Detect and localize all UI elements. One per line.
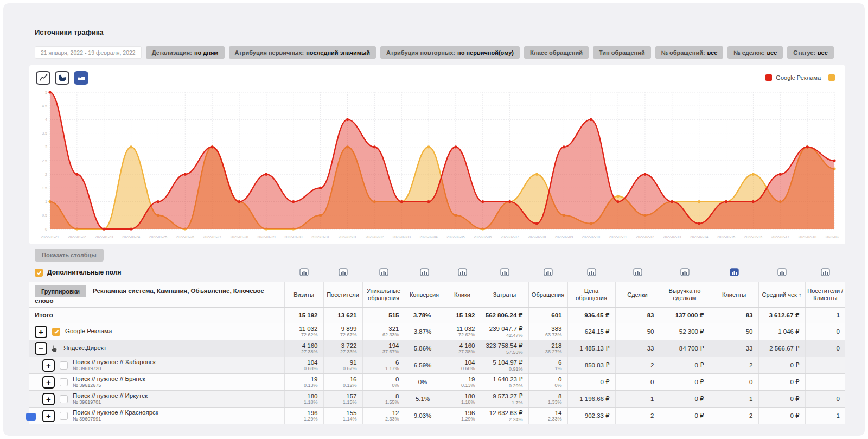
column-chart-icon-11[interactable]: [777, 268, 787, 276]
floating-widget[interactable]: [26, 413, 36, 421]
date-range-filter[interactable]: 21 января, 2022 - 19 февраля, 2022: [35, 46, 142, 59]
svg-text:2022-02-15: 2022-02-15: [717, 235, 736, 239]
table-row-0[interactable]: +Google Реклама11 03272.62%9 89972.67%32…: [29, 323, 845, 340]
collapse-button[interactable]: −: [35, 342, 47, 355]
column-chart-icon-6[interactable]: [544, 268, 553, 276]
totals-cell: 15 192: [284, 308, 323, 323]
expand-button[interactable]: +: [42, 376, 55, 389]
row-label: Поиск // нужное // Брянск: [73, 376, 145, 383]
expand-button[interactable]: +: [42, 359, 55, 372]
table-row-5[interactable]: +Поиск // нужное // Красноярск№ 39607991…: [29, 408, 845, 424]
metric-cell: 239 047.7 ₽42.47%: [481, 323, 528, 340]
expand-button[interactable]: +: [35, 326, 47, 338]
expand-button[interactable]: +: [42, 393, 55, 405]
chart-type-line-button[interactable]: [36, 71, 50, 85]
svg-text:3: 3: [45, 145, 47, 149]
metric-cell: 4 16027.38%: [444, 340, 481, 357]
filter-chip-3[interactable]: Класс обращений: [524, 46, 589, 59]
metric-cell: 2: [710, 408, 758, 424]
column-chart-icon-7[interactable]: [587, 268, 596, 276]
svg-text:2022-02-19: 2022-02-19: [825, 235, 839, 239]
row-checkbox[interactable]: [60, 361, 68, 370]
totals-cell: 3 612.67 ₽: [758, 308, 805, 323]
filter-chip-2[interactable]: Атрибуция повторных:по первичной(ому): [380, 46, 520, 59]
column-header-11[interactable]: Средний чек ↑: [758, 282, 805, 308]
metric-cell: 0 ₽: [758, 408, 805, 424]
column-header-0[interactable]: Визиты: [284, 282, 323, 308]
table-row-1[interactable]: −Яндекс.Директ4 16027.38%3 72227.33%1943…: [29, 340, 845, 357]
svg-text:2022-02-06: 2022-02-06: [474, 235, 492, 239]
column-chart-icon-5[interactable]: [500, 268, 509, 276]
column-chart-icon-3[interactable]: [420, 268, 429, 276]
row-checkbox[interactable]: [60, 412, 68, 420]
metric-cell: 1801.18%: [444, 391, 481, 408]
column-chart-icon-10[interactable]: [730, 268, 739, 276]
column-chart-icon-12[interactable]: [821, 268, 830, 276]
groupings-button[interactable]: Группировки: [35, 285, 86, 297]
metric-cell: 0 ₽: [660, 374, 710, 391]
filter-chip-6[interactable]: № сделок:все: [727, 46, 783, 59]
column-header-3[interactable]: Конверсия: [405, 282, 444, 308]
metric-cell: 61%: [528, 357, 567, 374]
svg-text:2022-02-13: 2022-02-13: [663, 235, 681, 239]
filter-chip-0[interactable]: Детализация:по дням: [146, 46, 225, 59]
extra-fields-checkbox[interactable]: [35, 269, 43, 277]
column-header-4[interactable]: Клики: [444, 282, 481, 308]
show-columns-button[interactable]: Показать столбцы: [35, 249, 104, 262]
filter-chip-7[interactable]: Статус:все: [787, 46, 833, 59]
totals-cell: 83: [615, 308, 660, 323]
svg-text:2022-01-24: 2022-01-24: [122, 235, 141, 239]
column-header-12[interactable]: Посетители / Клиенты: [805, 282, 845, 308]
metric-cell: [805, 374, 845, 391]
chart-type-pie-button[interactable]: [55, 71, 69, 85]
metric-cell: 1 485.13 ₽: [567, 340, 615, 357]
column-chart-icon-4[interactable]: [458, 268, 467, 276]
column-header-2[interactable]: Уникальные обращения: [362, 282, 405, 308]
column-chart-icon-1[interactable]: [339, 268, 348, 276]
metric-cell: 2: [615, 357, 660, 374]
legend-item-1[interactable]: [828, 74, 839, 81]
column-header-10[interactable]: Клиенты: [710, 282, 758, 308]
mouse-cursor: [50, 344, 59, 353]
column-chart-icon-0[interactable]: [299, 268, 309, 276]
table-row-4[interactable]: +Поиск // нужное // Иркутск№ 39619701180…: [29, 391, 845, 408]
svg-text:2022-02-11: 2022-02-11: [609, 235, 627, 239]
metric-cell: 0: [805, 391, 845, 408]
column-chart-icon-8[interactable]: [633, 268, 642, 276]
svg-text:2022-02-18: 2022-02-18: [799, 235, 817, 239]
table-row-2[interactable]: +Поиск // нужное // Хабаровск№ 396197201…: [29, 357, 845, 374]
column-header-7[interactable]: Цена обращения: [567, 282, 615, 308]
column-header-6[interactable]: Обращения: [528, 282, 567, 308]
filter-chip-4[interactable]: Тип обращений: [593, 46, 651, 59]
metric-cell: 1: [615, 391, 660, 408]
column-header-9[interactable]: Выручка по сделкам: [660, 282, 710, 308]
svg-text:1: 1: [45, 200, 47, 203]
table-row-3[interactable]: +Поиск // нужное // Брянск№ 39612675190.…: [29, 374, 845, 391]
svg-text:2022-01-31: 2022-01-31: [311, 235, 330, 239]
totals-cell: 13 621: [323, 308, 362, 323]
row-label: Поиск // нужное // Хабаровск: [73, 359, 156, 366]
svg-text:2022-01-26: 2022-01-26: [176, 235, 195, 239]
filter-chip-1[interactable]: Атрибуция первичных:последний значимый: [229, 46, 376, 59]
row-checkbox-checked[interactable]: [52, 328, 60, 336]
column-header-5[interactable]: Затраты: [481, 282, 528, 308]
svg-text:2022-02-05: 2022-02-05: [446, 235, 465, 239]
metric-cell: 61.17%: [362, 357, 405, 374]
filter-chip-5[interactable]: № обращений:все: [655, 46, 724, 59]
metric-cell: 9 573.27 ₽1.7%: [481, 391, 528, 408]
legend-item-0[interactable]: Google Реклама: [765, 74, 821, 81]
svg-text:2022-02-17: 2022-02-17: [771, 235, 790, 239]
row-checkbox[interactable]: [60, 378, 68, 386]
metric-cell: 11 03272.62%: [284, 323, 323, 340]
row-checkbox[interactable]: [60, 395, 68, 403]
column-chart-icon-9[interactable]: [680, 268, 690, 276]
column-header-8[interactable]: Сделки: [615, 282, 660, 308]
metric-cell: 0: [615, 374, 660, 391]
chart-type-area-button[interactable]: [74, 71, 88, 85]
expand-button[interactable]: +: [42, 410, 55, 422]
metric-cell: 1801.18%: [284, 391, 323, 408]
column-chart-icon-2[interactable]: [379, 268, 388, 276]
metric-cell: 0 ₽: [758, 357, 805, 374]
column-header-1[interactable]: Посетители: [323, 282, 362, 308]
metric-cell: 81.33%: [528, 391, 567, 408]
